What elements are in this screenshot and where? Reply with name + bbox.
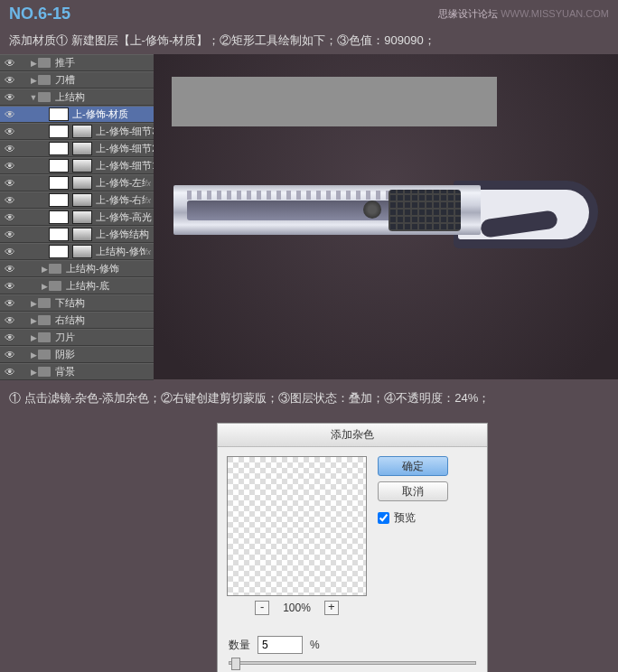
layer-row[interactable]: 👁上-修饰-细节3: [0, 123, 154, 140]
drawn-rectangle: [172, 77, 497, 126]
main-area: 👁▶推手👁▶刀槽👁▼上结构👁上-修饰-材质👁上-修饰-细节3👁上-修饰-细节2👁…: [0, 54, 618, 379]
visibility-icon[interactable]: 👁: [0, 246, 20, 258]
zoom-out-button[interactable]: -: [255, 601, 269, 615]
amount-unit: %: [310, 639, 320, 651]
layer-row[interactable]: 👁上-修饰-细节2: [0, 140, 154, 157]
layer-label: 上结构-修饰-下: [96, 245, 145, 258]
expand-arrow-icon[interactable]: ▶: [29, 333, 38, 342]
visibility-icon[interactable]: 👁: [0, 108, 20, 121]
layer-label: 上-修饰-细节2: [96, 142, 154, 155]
visibility-icon[interactable]: 👁: [0, 366, 20, 378]
visibility-icon[interactable]: 👁: [0, 229, 20, 241]
visibility-icon[interactable]: 👁: [0, 177, 20, 190]
visibility-icon[interactable]: 👁: [0, 263, 20, 275]
visibility-icon[interactable]: 👁: [0, 74, 20, 87]
layer-row[interactable]: 👁上-修饰-材质: [0, 106, 154, 123]
mask-thumb: [72, 142, 92, 155]
layer-row[interactable]: 👁▶刀槽: [0, 71, 154, 89]
mask-thumb: [72, 193, 92, 207]
layer-row[interactable]: 👁▶上结构-修饰: [0, 260, 154, 277]
layer-row[interactable]: 👁▼上结构: [0, 89, 154, 106]
add-noise-dialog: 添加杂色 - 100% + 确定 取消 预览 数量 % 分布: [217, 423, 488, 672]
folder-icon: [38, 315, 51, 325]
layer-row[interactable]: 👁▶推手: [0, 54, 154, 71]
header: NO.6-15 思缘设计论坛 WWW.MISSYUAN.COM: [0, 0, 618, 27]
layer-label: 上-修饰-高光: [96, 210, 154, 224]
amount-slider[interactable]: [229, 661, 476, 665]
expand-arrow-icon[interactable]: ▶: [40, 282, 49, 291]
visibility-icon[interactable]: 👁: [0, 57, 20, 70]
layer-row[interactable]: 👁上结构-修饰-下fx: [0, 243, 154, 260]
folder-icon: [38, 58, 51, 68]
layer-row[interactable]: 👁上-修饰-高光: [0, 209, 154, 226]
visibility-icon[interactable]: 👁: [0, 211, 20, 224]
ok-button[interactable]: 确定: [378, 456, 448, 476]
layer-thumb: [49, 210, 69, 224]
dialog-title: 添加杂色: [218, 424, 487, 447]
visibility-icon[interactable]: 👁: [0, 331, 20, 344]
layer-label: 上结构: [55, 90, 154, 104]
layer-label: 刀槽: [55, 73, 154, 87]
expand-arrow-icon[interactable]: ▶: [29, 368, 38, 377]
layer-row[interactable]: 👁上-修饰-左结构fx: [0, 174, 154, 191]
fx-indicator[interactable]: fx: [145, 247, 154, 257]
visibility-icon[interactable]: 👁: [0, 349, 20, 361]
fx-indicator[interactable]: fx: [145, 196, 154, 205]
layer-row[interactable]: 👁▶上结构-底: [0, 277, 154, 294]
expand-arrow-icon[interactable]: ▶: [29, 316, 38, 325]
layer-label: 阴影: [55, 348, 154, 361]
fx-indicator[interactable]: fx: [145, 179, 154, 188]
folder-icon: [38, 332, 51, 342]
slider-handle[interactable]: [231, 658, 240, 670]
layer-thumb: [49, 176, 69, 190]
layer-row[interactable]: 👁▶下结构: [0, 294, 154, 312]
instruction-1: 添加材质① 新建图层【上-修饰-材质】；②矩形工具绘制如下；③色值：909090…: [0, 27, 618, 54]
preview-checkbox[interactable]: [378, 512, 389, 524]
instruction-2: ① 点击滤镜-杂色-添加杂色；②右键创建剪切蒙版；③图层状态：叠加；④不透明度：…: [0, 379, 618, 417]
expand-arrow-icon[interactable]: ▶: [29, 299, 38, 308]
layer-thumb: [49, 245, 69, 258]
expand-arrow-icon[interactable]: ▶: [29, 59, 38, 68]
layer-row[interactable]: 👁▶右结构: [0, 312, 154, 329]
visibility-icon[interactable]: 👁: [0, 143, 20, 155]
visibility-icon[interactable]: 👁: [0, 194, 20, 207]
expand-arrow-icon[interactable]: ▶: [29, 76, 38, 85]
noise-preview: [227, 456, 367, 596]
expand-arrow-icon[interactable]: ▼: [29, 93, 38, 102]
layer-row[interactable]: 👁▶阴影: [0, 346, 154, 363]
layer-row[interactable]: 👁上-修饰结构: [0, 226, 154, 243]
mask-thumb: [72, 228, 92, 241]
cancel-button[interactable]: 取消: [378, 481, 448, 501]
folder-icon: [38, 75, 51, 85]
layer-row[interactable]: 👁▶背景: [0, 363, 154, 380]
amount-input[interactable]: [258, 636, 303, 654]
mask-thumb: [72, 245, 92, 258]
visibility-icon[interactable]: 👁: [0, 297, 20, 310]
folder-icon: [38, 92, 51, 102]
layer-label: 右结构: [55, 313, 154, 327]
visibility-icon[interactable]: 👁: [0, 280, 20, 293]
mask-thumb: [72, 125, 92, 138]
layer-row[interactable]: 👁上-修饰-细节1: [0, 157, 154, 174]
layer-label: 上-修饰-细节3: [96, 125, 154, 138]
layer-row[interactable]: 👁上-修饰-右结构fx: [0, 191, 154, 209]
folder-icon: [38, 367, 51, 377]
visibility-icon[interactable]: 👁: [0, 91, 20, 104]
layer-label: 背景: [55, 365, 154, 378]
layer-thumb: [49, 125, 69, 138]
mask-thumb: [72, 176, 92, 190]
visibility-icon[interactable]: 👁: [0, 314, 20, 327]
visibility-icon[interactable]: 👁: [0, 126, 20, 138]
visibility-icon[interactable]: 👁: [0, 160, 20, 173]
zoom-in-button[interactable]: +: [324, 601, 339, 615]
layer-label: 上-修饰结构: [96, 228, 154, 241]
expand-arrow-icon[interactable]: ▶: [40, 265, 49, 274]
mask-thumb: [72, 159, 92, 173]
folder-icon: [38, 350, 51, 359]
step-number: NO.6-15: [9, 5, 70, 23]
expand-arrow-icon[interactable]: ▶: [29, 350, 38, 359]
layers-panel[interactable]: 👁▶推手👁▶刀槽👁▼上结构👁上-修饰-材质👁上-修饰-细节3👁上-修饰-细节2👁…: [0, 54, 154, 379]
layer-row[interactable]: 👁▶刀片: [0, 329, 154, 346]
layer-label: 上结构-修饰: [66, 262, 154, 275]
folder-icon: [49, 264, 61, 274]
